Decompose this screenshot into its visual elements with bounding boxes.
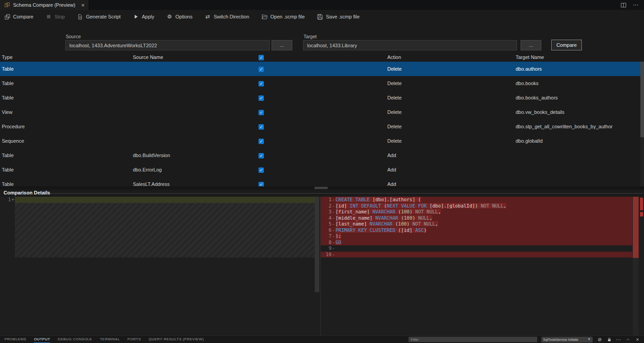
select-all-checkbox[interactable]: ✓: [259, 55, 264, 60]
diff-line[interactable]: 10-: [321, 252, 632, 258]
panel-tab-debug-console[interactable]: DEBUG CONSOLE: [58, 336, 92, 343]
row-checkbox[interactable]: ✓: [259, 139, 264, 144]
toolbar-generate-script-button[interactable]: Generate Script: [77, 14, 121, 20]
more-icon[interactable]: ⋯: [616, 337, 621, 343]
table-row[interactable]: View✓Deletedbo.vw_books_details: [0, 105, 644, 119]
panel-tab-ports[interactable]: PORTS: [127, 336, 141, 343]
comparison-details-title: Comparison Details: [4, 190, 50, 195]
toolbar-apply-button[interactable]: Apply: [133, 14, 154, 20]
row-checkbox[interactable]: ✓: [259, 124, 264, 130]
right-scroll-thumb[interactable]: [633, 197, 639, 258]
source-browse-button[interactable]: ...: [272, 40, 292, 50]
grid-scroll-thumb[interactable]: [640, 62, 644, 137]
target-browse-button[interactable]: ...: [521, 40, 541, 50]
table-row[interactable]: Procedure✓Deletedbo.stp_get_all_cowritte…: [0, 119, 644, 134]
cell-action: Add: [387, 153, 516, 158]
column-source-name[interactable]: Source Name: [132, 54, 256, 60]
diff-line[interactable]: 9-: [321, 245, 632, 252]
cell-checkbox: ✓: [256, 181, 269, 187]
panel-tab-query-results-preview[interactable]: QUERY RESULTS (PREVIEW): [149, 336, 204, 343]
diff-line[interactable]: 3-[first_name] NVARCHAR (100) NOT NULL,: [321, 209, 632, 215]
source-input[interactable]: [65, 40, 270, 50]
cell-action: Delete: [387, 109, 516, 115]
column-target-name[interactable]: Target Name: [516, 54, 644, 60]
column-action[interactable]: Action: [387, 54, 516, 60]
row-checkbox[interactable]: ✓: [259, 110, 264, 115]
cell-type: Table: [0, 81, 132, 86]
column-type[interactable]: Type: [0, 54, 132, 60]
code-segment: [id]: [336, 203, 350, 208]
left-scrollbar[interactable]: [315, 197, 319, 292]
diff-source-pane[interactable]: 1+: [0, 197, 320, 335]
grid-header: Type Source Name ✓ Action Target Name: [0, 53, 644, 62]
toolbar-switch-direction-button[interactable]: ⇄Switch Direction: [204, 14, 249, 20]
horizontal-splitter[interactable]: [0, 186, 644, 190]
output-channel-select[interactable]: SqlToolsService Initializ ▾: [541, 337, 593, 343]
row-checkbox[interactable]: ✓: [259, 81, 264, 86]
save-file-icon: [317, 14, 323, 20]
table-row[interactable]: Table✓Deletedbo.books: [0, 76, 644, 90]
cell-checkbox: ✓: [256, 153, 269, 158]
table-row[interactable]: TableSalesLT.Address✓Add: [0, 177, 644, 186]
toolbar-options-button[interactable]: ⚙Options: [166, 14, 192, 20]
panel-tab-problems[interactable]: PROBLEMS: [5, 336, 26, 343]
clear-output-icon[interactable]: ⊘: [597, 337, 603, 343]
comparison-details-header: Comparison Details: [0, 190, 644, 197]
right-scrollbar[interactable]: [633, 197, 639, 335]
diff-line[interactable]: 8-GO: [321, 239, 632, 246]
toolbar-save-scmp-file-button[interactable]: Save .scmp file: [317, 14, 360, 20]
diff-line[interactable]: 2-[id] INT DEFAULT (NEXT VALUE FOR [dbo]…: [321, 203, 632, 209]
split-editor-icon[interactable]: [620, 2, 626, 8]
diff-target-pane[interactable]: 1-CREATE TABLE [dbo].[authors] (2-[id] I…: [321, 197, 644, 335]
toolbar-stop-button: Stop: [45, 14, 65, 20]
column-checkbox: ✓: [256, 54, 269, 60]
results-grid: Type Source Name ✓ Action Target Name Ta…: [0, 53, 644, 186]
cell-action: Add: [387, 167, 516, 172]
table-row[interactable]: Sequence✓Deletedbo.globalId: [0, 134, 644, 148]
gear-icon: ⚙: [166, 14, 172, 20]
diff-line[interactable]: 5-[last_name] NVARCHAR (100) NOT NULL,: [321, 221, 632, 227]
row-checkbox[interactable]: ✓: [259, 182, 264, 187]
line-content: CREATE TABLE [dbo].[authors] (: [336, 197, 632, 203]
panel-right-cluster: SqlToolsService Initializ ▾ ⊘⋯×: [408, 337, 644, 343]
diff-line[interactable]: 4-[middle_name] NVARCHAR (100) NULL,: [321, 215, 632, 221]
output-filter-input[interactable]: [408, 337, 537, 342]
diff-line[interactable]: 1-CREATE TABLE [dbo].[authors] (: [321, 197, 632, 203]
table-row[interactable]: Tabledbo.BuildVersion✓Add: [0, 148, 644, 162]
row-checkbox[interactable]: ✓: [259, 167, 264, 173]
diff-filler-region: [15, 203, 315, 258]
row-checkbox[interactable]: ✓: [259, 153, 264, 158]
diff-line[interactable]: 6-PRIMARY KEY CLUSTERED ([id] ASC): [321, 227, 632, 234]
splitter-grip[interactable]: [314, 187, 328, 189]
row-checkbox[interactable]: ✓: [259, 67, 264, 72]
table-row[interactable]: Table✓Deletedbo.authors: [0, 62, 644, 76]
tab-schema-compare[interactable]: Schema Compare (Preview) ×: [0, 0, 89, 10]
tab-title: Schema Compare (Preview): [13, 2, 75, 8]
grid-scrollbar[interactable]: [640, 62, 644, 186]
stop-icon: [45, 14, 52, 20]
chevron-up-icon[interactable]: [625, 337, 631, 343]
code-segment: [dbo].[authors] (: [372, 197, 421, 202]
cell-type: Table: [0, 181, 132, 186]
diff-line[interactable]: 1+: [0, 197, 320, 203]
open-file-icon: [261, 14, 268, 20]
panel-tab-output[interactable]: OUTPUT: [34, 336, 50, 343]
connection-panel: Source ... Target ... Compare: [0, 23, 644, 53]
diff-line[interactable]: 7-);: [321, 233, 632, 239]
compare-button[interactable]: Compare: [551, 40, 582, 50]
close-icon[interactable]: ×: [635, 337, 640, 343]
lock-icon[interactable]: [606, 337, 612, 343]
toolbar-compare-button[interactable]: Compare: [4, 14, 33, 20]
code-segment: ): [475, 203, 481, 208]
table-row[interactable]: Table✓Deletedbo.books_authors: [0, 90, 644, 105]
table-row[interactable]: Tabledbo.ErrorLog✓Add: [0, 162, 644, 177]
cell-checkbox: ✓: [256, 66, 269, 72]
code-segment: NEXT VALUE FOR: [387, 203, 430, 208]
code-segment: ): [424, 227, 426, 233]
tab-close-icon[interactable]: ×: [81, 2, 85, 9]
more-icon[interactable]: ⋯: [632, 2, 639, 8]
panel-tab-terminal[interactable]: TERMINAL: [100, 336, 120, 343]
target-input[interactable]: [303, 40, 517, 50]
row-checkbox[interactable]: ✓: [259, 95, 264, 101]
toolbar-open-scmp-file-button[interactable]: Open .scmp file: [261, 14, 304, 20]
